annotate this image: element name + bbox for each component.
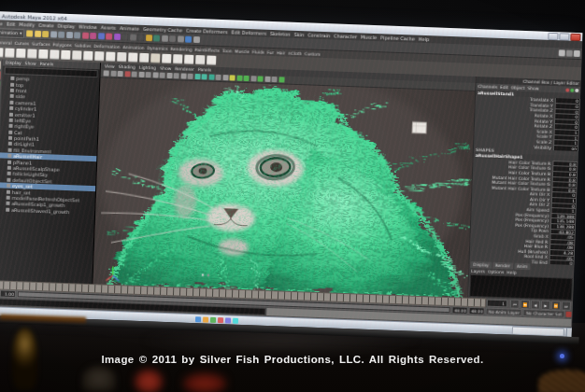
maximize-button[interactable] xyxy=(559,33,569,40)
status-icon[interactable] xyxy=(121,34,128,40)
shelf-tab[interactable]: Curves xyxy=(14,40,29,46)
status-icon[interactable] xyxy=(50,31,57,37)
status-icon[interactable] xyxy=(42,31,49,37)
shelf-button[interactable] xyxy=(38,49,48,59)
viewport-toolbar-icon[interactable] xyxy=(257,76,263,81)
scene-cube-object[interactable] xyxy=(412,122,426,133)
channel-box-menu-item[interactable]: Edit xyxy=(500,85,508,90)
playback-button[interactable]: ▶ xyxy=(541,301,550,310)
shelf-button[interactable] xyxy=(0,48,4,57)
shelf-tab[interactable]: Deformation xyxy=(93,43,120,49)
shelf-button[interactable] xyxy=(27,49,36,58)
menu-item[interactable]: Character xyxy=(334,33,357,39)
auto-keyframe-toggle[interactable] xyxy=(565,312,571,317)
menu-item[interactable]: Edit xyxy=(7,21,16,27)
sidebar-toggle-icon[interactable] xyxy=(566,50,573,57)
status-icon[interactable] xyxy=(35,31,41,37)
menu-item[interactable]: Skin xyxy=(294,32,305,37)
viewport-menu-item[interactable]: Panels xyxy=(198,67,212,73)
channel-box-menu-item[interactable]: Channels xyxy=(478,84,497,90)
shelf-tab[interactable]: Dynamics xyxy=(147,46,167,51)
channel-box-menu-item[interactable]: Show xyxy=(527,86,538,91)
layer-editor-menu-item[interactable]: Options xyxy=(488,269,505,274)
playback-button[interactable]: ⏮ xyxy=(510,300,520,309)
status-icon[interactable] xyxy=(130,34,136,40)
status-icon[interactable] xyxy=(26,30,33,36)
viewport-toolbar-icon[interactable] xyxy=(118,71,123,77)
viewport-menu-item[interactable]: Renderer xyxy=(175,66,194,72)
shelf-button[interactable] xyxy=(50,49,59,59)
viewport-menu-item[interactable]: View xyxy=(105,63,115,68)
taskbar-app-icon[interactable] xyxy=(218,317,223,323)
viewport-toolbar-icon[interactable] xyxy=(243,76,249,81)
status-icon[interactable] xyxy=(58,32,64,38)
viewport-toolbar-icon[interactable] xyxy=(278,77,284,82)
status-icon[interactable] xyxy=(193,36,200,43)
outliner-menu-item[interactable]: Display xyxy=(6,61,21,66)
shelf-button[interactable] xyxy=(162,54,171,63)
shelf-tab[interactable]: Hair xyxy=(277,50,285,55)
outliner-menu-item[interactable]: Panels xyxy=(40,62,54,67)
status-icon[interactable] xyxy=(169,35,176,42)
viewport-toolbar-icon[interactable] xyxy=(271,77,277,82)
shelf-button[interactable] xyxy=(72,50,81,60)
shelf-button[interactable] xyxy=(207,55,216,64)
viewport-toolbar-icon[interactable] xyxy=(152,72,158,77)
shelf-tab[interactable]: Muscle xyxy=(235,49,250,54)
status-icon[interactable] xyxy=(114,34,121,40)
show-desktop-button[interactable] xyxy=(566,329,572,337)
channel-display-icon[interactable] xyxy=(575,88,578,91)
viewport-toolbar-icon[interactable] xyxy=(264,77,270,82)
menu-item[interactable]: Display xyxy=(58,23,76,30)
status-icon[interactable] xyxy=(106,33,112,39)
shelf-button[interactable] xyxy=(83,51,93,61)
status-icon[interactable] xyxy=(98,33,105,39)
status-icon[interactable] xyxy=(178,35,184,42)
current-frame-field[interactable]: 1 xyxy=(487,300,507,308)
menu-item[interactable]: Skeleton xyxy=(270,31,291,37)
viewport-toolbar-icon[interactable] xyxy=(159,73,164,78)
menu-item[interactable]: Muscle xyxy=(361,34,378,40)
outliner-menu-item[interactable]: Show xyxy=(24,61,36,65)
viewport-toolbar-icon[interactable] xyxy=(236,76,242,81)
status-icon[interactable] xyxy=(74,32,80,38)
menu-item[interactable]: Animate xyxy=(120,25,139,32)
shelf-tab[interactable]: Animation xyxy=(122,45,144,50)
viewport-toolbar-icon[interactable] xyxy=(166,73,172,78)
viewport-toolbar-icon[interactable] xyxy=(173,73,178,78)
viewport-toolbar-icon[interactable] xyxy=(250,76,256,81)
shelf-tab[interactable]: Polygons xyxy=(53,42,72,48)
status-icon[interactable] xyxy=(162,35,168,42)
status-icon[interactable] xyxy=(146,35,152,41)
status-icon[interactable] xyxy=(90,33,96,39)
shelf-button[interactable] xyxy=(173,54,182,63)
shelf-tab[interactable]: General xyxy=(0,40,12,46)
taskbar-app-icon[interactable] xyxy=(233,317,238,323)
sidebar-toggle-icon[interactable] xyxy=(574,50,580,57)
viewport-toolbar-icon[interactable] xyxy=(104,70,109,76)
shelf-button[interactable] xyxy=(117,52,126,62)
menu-item[interactable]: Create xyxy=(38,22,54,29)
playback-button[interactable]: ⏩ xyxy=(551,301,561,310)
channel-box-menu-item[interactable]: Object xyxy=(511,85,525,91)
viewport-toolbar-icon[interactable] xyxy=(187,74,193,79)
sidebar-toggle-icon[interactable] xyxy=(559,49,565,56)
taskbar-app-icon[interactable] xyxy=(195,316,201,322)
viewport-toolbar-icon[interactable] xyxy=(229,75,235,80)
shelf-button[interactable] xyxy=(139,53,149,63)
viewport-toolbar-icon[interactable] xyxy=(138,72,144,77)
menu-item[interactable]: File xyxy=(0,21,3,26)
viewport-toolbar-icon[interactable] xyxy=(194,74,200,79)
playback-button[interactable]: ◀ xyxy=(531,300,540,309)
taskbar-app-icon[interactable] xyxy=(225,317,231,323)
layer-editor-menu-item[interactable]: Help xyxy=(507,270,516,274)
shelf-tab[interactable]: Surfaces xyxy=(32,41,50,47)
shelf-button[interactable] xyxy=(128,52,137,62)
shelf-tab[interactable]: nCloth xyxy=(288,50,302,56)
channel-display-icon[interactable] xyxy=(565,88,569,91)
viewport-toolbar-icon[interactable] xyxy=(110,71,116,77)
status-icon[interactable] xyxy=(82,33,89,39)
menu-set-selector[interactable]: Animation▾ xyxy=(0,28,25,38)
menu-item[interactable]: Assets xyxy=(101,24,116,31)
viewport-toolbar-icon[interactable] xyxy=(215,75,221,80)
